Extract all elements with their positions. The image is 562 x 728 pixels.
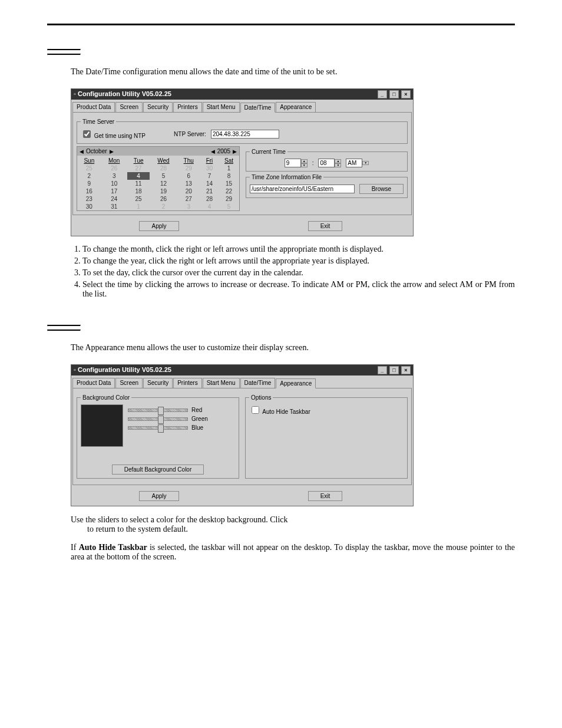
- timezone-input[interactable]: [250, 185, 355, 193]
- calendar-day[interactable]: 28: [150, 164, 177, 172]
- year-label: 2005: [217, 148, 230, 154]
- calendar-day[interactable]: 21: [200, 187, 219, 195]
- maximize-icon[interactable]: □: [389, 366, 399, 374]
- calendar-day[interactable]: 19: [150, 187, 177, 195]
- green-slider[interactable]: [128, 417, 188, 421]
- tab-productdata[interactable]: Product Data: [72, 102, 115, 112]
- month-next-icon[interactable]: ▶: [110, 149, 114, 154]
- calendar-day[interactable]: 26: [150, 195, 177, 203]
- ntp-checkbox-label[interactable]: Get time using NTP: [81, 129, 146, 140]
- step-item: To change the year, click the right or l…: [82, 256, 515, 266]
- calendar-day[interactable]: 12: [150, 180, 177, 187]
- tab-screen[interactable]: Screen: [115, 102, 143, 112]
- tab-security[interactable]: Security: [143, 378, 173, 388]
- exit-button[interactable]: Exit: [308, 491, 343, 501]
- datetime-intro: The Date/Time configuration menu allows …: [71, 67, 515, 77]
- calendar-day[interactable]: 18: [127, 187, 150, 195]
- month-prev-icon[interactable]: ◀: [80, 149, 84, 154]
- tab-printers[interactable]: Printers: [173, 378, 201, 388]
- hour-down-icon[interactable]: ▼: [301, 163, 308, 167]
- calendar-day[interactable]: 24: [101, 195, 127, 203]
- blue-slider[interactable]: [128, 426, 188, 430]
- calendar-day[interactable]: 8: [219, 172, 239, 180]
- hour-spinner[interactable]: ▲▼: [285, 159, 308, 167]
- default-color-button[interactable]: Default Background Color: [112, 465, 204, 475]
- ampm-input[interactable]: [346, 159, 362, 167]
- calendar-day[interactable]: 30: [200, 164, 219, 172]
- calendar-day[interactable]: 23: [77, 195, 101, 203]
- tab-startmenu[interactable]: Start Menu: [203, 102, 240, 112]
- calendar-day[interactable]: 29: [177, 164, 200, 172]
- hour-up-icon[interactable]: ▲: [301, 159, 308, 163]
- apply-button[interactable]: Apply: [139, 491, 178, 501]
- minimize-icon[interactable]: _: [378, 366, 387, 374]
- tab-appearance[interactable]: Appearance: [276, 378, 316, 388]
- calendar-day[interactable]: 20: [177, 187, 200, 195]
- calendar-day[interactable]: 1: [127, 203, 150, 210]
- calendar-day[interactable]: 22: [219, 187, 239, 195]
- calendar-day[interactable]: 30: [77, 203, 101, 210]
- red-slider[interactable]: [128, 409, 188, 412]
- tab-startmenu[interactable]: Start Menu: [203, 378, 240, 388]
- minute-up-icon[interactable]: ▲: [335, 159, 341, 163]
- close-icon[interactable]: ×: [401, 366, 411, 374]
- tab-datetime[interactable]: Date/Time: [240, 378, 276, 388]
- calendar-day[interactable]: 4: [200, 203, 219, 210]
- maximize-icon[interactable]: □: [389, 90, 399, 98]
- tab-security[interactable]: Security: [143, 102, 173, 112]
- calendar-day[interactable]: 13: [177, 180, 200, 187]
- ampm-selector[interactable]: ▼: [346, 159, 369, 167]
- calendar-day[interactable]: 27: [177, 195, 200, 203]
- month-label: October: [86, 148, 107, 154]
- tab-appearance[interactable]: Appearance: [276, 102, 316, 112]
- calendar-day[interactable]: 2: [77, 172, 101, 180]
- calendar-day[interactable]: 5: [219, 203, 239, 210]
- minimize-icon[interactable]: _: [378, 90, 387, 98]
- autohide-checkbox[interactable]: [252, 406, 259, 414]
- calendar-table[interactable]: SunMonTueWedThuFriSat 252627282930123456…: [77, 157, 239, 210]
- section-divider: [47, 330, 81, 331]
- exit-button[interactable]: Exit: [308, 221, 343, 231]
- calendar-day[interactable]: 25: [127, 195, 150, 203]
- section-divider: [47, 49, 81, 51]
- autohide-checkbox-label[interactable]: Auto Hide Taskbar: [249, 409, 310, 415]
- ampm-down-icon[interactable]: ▼: [362, 161, 369, 165]
- tab-printers[interactable]: Printers: [173, 102, 201, 112]
- calendar-day[interactable]: 1: [219, 164, 239, 172]
- tab-datetime[interactable]: Date/Time: [240, 103, 276, 113]
- calendar-day[interactable]: 3: [177, 203, 200, 210]
- ntp-server-input[interactable]: [211, 130, 279, 139]
- apply-button[interactable]: Apply: [139, 221, 178, 231]
- calendar-day[interactable]: 17: [101, 187, 127, 195]
- options-group: Options Auto Hide Taskbar: [245, 394, 408, 479]
- calendar-day[interactable]: 11: [127, 180, 150, 187]
- calendar-day[interactable]: 16: [77, 187, 101, 195]
- calendar-day[interactable]: 7: [200, 172, 219, 180]
- calendar-day[interactable]: 31: [101, 203, 127, 210]
- calendar-day[interactable]: 10: [101, 180, 127, 187]
- browse-button[interactable]: Browse: [359, 184, 404, 194]
- calendar-day[interactable]: 5: [150, 172, 177, 180]
- year-next-icon[interactable]: ▶: [233, 149, 237, 154]
- tab-screen[interactable]: Screen: [115, 378, 143, 388]
- calendar-day[interactable]: 2: [150, 203, 177, 210]
- calendar-day[interactable]: 28: [200, 195, 219, 203]
- tab-productdata[interactable]: Product Data: [72, 378, 115, 388]
- calendar-day[interactable]: 3: [101, 172, 127, 180]
- minute-down-icon[interactable]: ▼: [335, 163, 341, 167]
- calendar-day[interactable]: 14: [200, 180, 219, 187]
- ntp-checkbox[interactable]: [83, 130, 91, 138]
- minute-spinner[interactable]: ▲▼: [318, 159, 341, 167]
- calendar-day[interactable]: 25: [77, 164, 101, 172]
- close-icon[interactable]: ×: [401, 90, 411, 98]
- calendar-day[interactable]: 27: [127, 164, 150, 172]
- year-prev-icon[interactable]: ◀: [211, 149, 215, 154]
- calendar-day[interactable]: 15: [219, 180, 239, 187]
- calendar-day[interactable]: 6: [177, 172, 200, 180]
- calendar-day[interactable]: 26: [101, 164, 127, 172]
- calendar-day[interactable]: 4: [127, 172, 150, 180]
- calendar-day[interactable]: 9: [77, 180, 101, 187]
- minute-input[interactable]: [318, 159, 335, 167]
- hour-input[interactable]: [285, 159, 301, 167]
- calendar-day[interactable]: 29: [219, 195, 239, 203]
